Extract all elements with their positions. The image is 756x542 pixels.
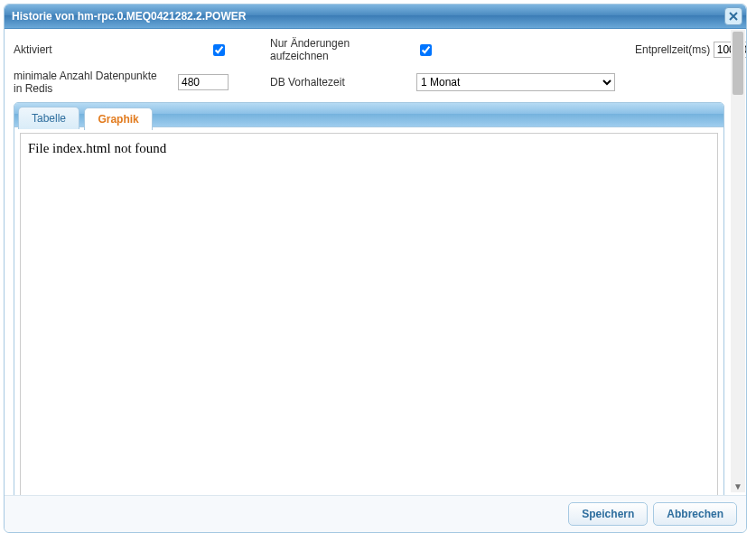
scrollbar[interactable]: ▲ ▼ <box>731 30 745 492</box>
enabled-checkbox[interactable] <box>182 44 257 56</box>
tab-table[interactable]: Tabelle <box>18 107 79 129</box>
history-dialog: Historie von hm-rpc.0.MEQ0421282.2.POWER… <box>4 4 747 533</box>
tab-bar: Tabelle Graphik <box>14 103 723 127</box>
graph-panel: File index.html not found <box>20 133 718 499</box>
scrollbar-thumb[interactable] <box>733 32 743 95</box>
tab-content: File index.html not found <box>14 127 723 504</box>
min-points-label: minimale Anzahl Datenpunkte in Redis <box>14 70 167 95</box>
changes-only-label: Nur Änderungen aufzeichnen <box>270 37 406 62</box>
debounce-label: Entprellzeit(ms) <box>635 43 710 56</box>
tab-container: Tabelle Graphik File index.html not foun… <box>14 102 724 505</box>
retention-label: DB Vorhaltezeit <box>270 76 406 89</box>
close-icon <box>729 12 738 21</box>
dialog-title: Historie von hm-rpc.0.MEQ0421282.2.POWER <box>12 10 246 23</box>
tab-graph[interactable]: Graphik <box>84 107 152 130</box>
scroll-down-icon[interactable]: ▼ <box>731 479 745 493</box>
save-button[interactable]: Speichern <box>568 502 648 526</box>
dialog-footer: Speichern Abbrechen <box>5 495 746 532</box>
cancel-button[interactable]: Abbrechen <box>653 502 737 526</box>
enabled-label: Aktiviert <box>14 43 167 56</box>
settings-grid: Aktiviert Nur Änderungen aufzeichnen Ent… <box>14 37 724 95</box>
dialog-body: Aktiviert Nur Änderungen aufzeichnen Ent… <box>5 30 746 492</box>
close-button[interactable] <box>724 7 742 25</box>
dialog-titlebar: Historie von hm-rpc.0.MEQ0421282.2.POWER <box>5 5 746 29</box>
min-points-input[interactable] <box>178 74 229 90</box>
changes-only-checkbox[interactable] <box>420 44 432 56</box>
retention-select[interactable]: 1 Monat <box>416 73 615 91</box>
error-message: File index.html not found <box>28 141 166 155</box>
